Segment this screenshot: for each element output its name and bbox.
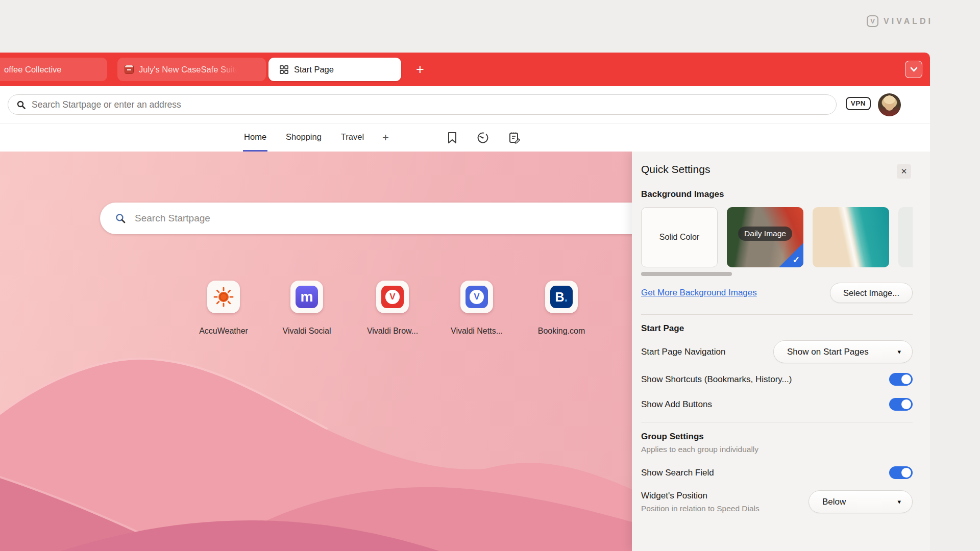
- cards-scrollbar[interactable]: [641, 272, 732, 276]
- nav-tab-home[interactable]: Home: [243, 123, 267, 152]
- startpage-search-input[interactable]: [135, 213, 632, 224]
- vivaldi-red-icon: V: [381, 286, 404, 308]
- show-search-field-toggle[interactable]: [889, 466, 913, 479]
- quick-settings-panel: Quick Settings ✕ Background Images Solid…: [632, 152, 930, 551]
- vivaldi-wordmark-text: VIVALDI: [884, 17, 933, 26]
- background-images-heading: Background Images: [641, 189, 913, 199]
- mastodon-icon: m: [296, 286, 318, 308]
- panel-title: Quick Settings: [641, 163, 913, 176]
- url-field[interactable]: [8, 94, 837, 115]
- history-icon[interactable]: [477, 132, 489, 144]
- notes-icon[interactable]: [508, 132, 521, 144]
- get-more-backgrounds-link[interactable]: Get More Background Images: [641, 288, 757, 298]
- card-partial-image[interactable]: [898, 207, 913, 267]
- caret-down-icon: ▾: [897, 348, 901, 356]
- show-shortcuts-label: Show Shortcuts (Bookmarks, History...): [641, 374, 792, 385]
- booking-icon: B.: [550, 286, 573, 308]
- url-input[interactable]: [32, 99, 836, 110]
- group-settings-subheading: Applies to each group individually: [641, 445, 913, 454]
- background-image-cards: Solid Color Daily Image ✓: [641, 207, 913, 267]
- profile-avatar[interactable]: [878, 93, 901, 116]
- tab-bar: offee Collective July's New CaseSafe Sui…: [0, 53, 930, 86]
- widget-position-sublabel: Position in relation to Speed Dials: [641, 504, 760, 513]
- address-bar: VPN: [0, 86, 930, 123]
- startpage-wallpaper: AccuWeather m Vivaldi Social V Vivaldi B…: [0, 152, 632, 551]
- check-icon: ✓: [793, 255, 800, 265]
- tab-menu-button[interactable]: [905, 61, 922, 78]
- caret-down-icon: ▾: [897, 498, 901, 506]
- search-icon: [17, 101, 26, 109]
- group-settings-heading: Group Settings: [641, 432, 913, 442]
- window-content: AccuWeather m Vivaldi Social V Vivaldi B…: [0, 152, 930, 551]
- bookmarks-icon[interactable]: [447, 132, 457, 144]
- startpage-nav-icons: [447, 123, 521, 152]
- plus-icon: +: [416, 62, 424, 78]
- card-daily-image[interactable]: Daily Image ✓: [727, 207, 803, 267]
- start-page-navigation-dropdown[interactable]: Show on Start Pages ▾: [773, 340, 913, 363]
- card-solid-color[interactable]: Solid Color: [641, 207, 718, 267]
- start-page-heading: Start Page: [641, 323, 913, 334]
- chevron-down-icon: [910, 67, 918, 72]
- startpage-search-field[interactable]: [100, 203, 632, 234]
- speed-dial-booking[interactable]: B. Booking.com: [526, 281, 597, 336]
- tab-casesafe[interactable]: July's New CaseSafe Suitc: [117, 58, 266, 81]
- plus-icon: +: [382, 131, 389, 144]
- speed-dial-grid-icon: [280, 65, 288, 74]
- widget-position-dropdown[interactable]: Below ▾: [808, 490, 913, 513]
- browser-window: offee Collective July's New CaseSafe Sui…: [0, 53, 930, 551]
- nav-tab-shopping[interactable]: Shopping: [285, 123, 323, 152]
- tab-favicon-icon: [125, 65, 134, 74]
- new-tab-button[interactable]: +: [411, 61, 429, 78]
- show-search-field-label: Show Search Field: [641, 468, 714, 478]
- startpage-nav-bar: Home Shopping Travel +: [0, 123, 930, 152]
- accuweather-sun-icon: [213, 286, 234, 308]
- start-page-navigation-label: Start Page Navigation: [641, 347, 725, 357]
- show-add-buttons-label: Show Add Buttons: [641, 399, 712, 410]
- widget-position-label: Widget's Position: [641, 491, 760, 501]
- close-icon: ✕: [901, 167, 908, 176]
- show-shortcuts-toggle[interactable]: [889, 373, 913, 386]
- vivaldi-shield-icon: V: [867, 15, 878, 27]
- vpn-badge[interactable]: VPN: [846, 97, 871, 110]
- divider: [641, 422, 913, 422]
- speed-dial-vivaldi-social[interactable]: m Vivaldi Social: [271, 281, 342, 336]
- show-add-buttons-toggle[interactable]: [889, 398, 913, 411]
- close-button[interactable]: ✕: [897, 164, 911, 179]
- nav-tab-travel[interactable]: Travel: [340, 123, 365, 152]
- startpage-nav-tabs: Home Shopping Travel +: [0, 123, 632, 152]
- tab-start-page[interactable]: Start Page: [268, 58, 401, 81]
- add-nav-group-button[interactable]: +: [382, 123, 389, 152]
- divider: [641, 314, 913, 315]
- speed-dial-accuweather[interactable]: AccuWeather: [188, 281, 259, 336]
- select-image-button[interactable]: Select Image...: [830, 283, 913, 303]
- speed-dial-vivaldi-netts[interactable]: V Vivaldi Netts...: [441, 281, 512, 336]
- vivaldi-wordmark: V VIVALDI: [867, 15, 933, 27]
- tab-coffee-collective[interactable]: offee Collective: [0, 58, 107, 81]
- desktop-background: V VIVALDI: [0, 0, 980, 53]
- vivaldi-blue-icon: V: [465, 286, 488, 308]
- card-beach-image[interactable]: [813, 207, 889, 267]
- search-icon: [115, 213, 126, 223]
- speed-dial-vivaldi-browser[interactable]: V Vivaldi Brow...: [357, 281, 428, 336]
